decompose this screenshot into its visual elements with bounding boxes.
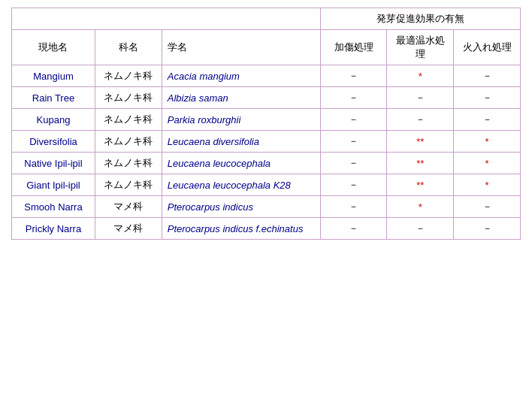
- cell-treatment2: －: [387, 109, 454, 131]
- cell-treatment1: －: [320, 131, 387, 153]
- cell-sciname: Pterocarpus indicus f.echinatus: [162, 218, 320, 240]
- cell-treatment2: *: [387, 196, 454, 218]
- cell-sciname: Leucaena diversifolia: [162, 131, 320, 153]
- cell-family: ネムノキ科: [95, 65, 162, 87]
- cell-treatment1: －: [320, 109, 387, 131]
- table-row: Mangiumネムノキ科Acacia mangium－*－: [12, 65, 521, 87]
- cell-treatment3: －: [454, 196, 521, 218]
- cell-treatment1: －: [320, 87, 387, 109]
- table-row: Smooh Narraマメ科Pterocarpus indicus－*－: [12, 196, 521, 218]
- top-header-row: 発芽促進効果の有無: [12, 8, 521, 30]
- cell-family: ネムノキ科: [95, 109, 162, 131]
- cell-treatment1: －: [320, 65, 387, 87]
- cell-family: ネムノキ科: [95, 131, 162, 153]
- cell-family: マメ科: [95, 196, 162, 218]
- table-row: Kupangネムノキ科Parkia roxburghii－－－: [12, 109, 521, 131]
- cell-locality: Rain Tree: [12, 87, 95, 109]
- cell-treatment1: －: [320, 174, 387, 196]
- cell-treatment2: *: [387, 65, 454, 87]
- cell-treatment3: －: [454, 87, 521, 109]
- cell-sciname: Leucaena leucocephala K28: [162, 174, 320, 196]
- col-header-locality: 現地名: [12, 30, 95, 65]
- cell-locality: Native Ipil-ipil: [12, 153, 95, 174]
- table-row: Giant Ipil-ipilネムノキ科Leucaena leucocephal…: [12, 174, 521, 196]
- table-row: Diversifoliaネムノキ科Leucaena diversifolia－*…: [12, 131, 521, 153]
- cell-treatment3: －: [454, 65, 521, 87]
- empty-top-left: [12, 8, 321, 30]
- cell-locality: Mangium: [12, 65, 95, 87]
- cell-treatment3: －: [454, 109, 521, 131]
- table-row: Native Ipil-ipilネムノキ科Leucaena leucocepha…: [12, 153, 521, 174]
- cell-treatment3: *: [454, 131, 521, 153]
- cell-sciname: Pterocarpus indicus: [162, 196, 320, 218]
- cell-family: ネムノキ科: [95, 87, 162, 109]
- col-header-family: 科名: [95, 30, 162, 65]
- cell-locality: Kupang: [12, 109, 95, 131]
- cell-treatment2: **: [387, 131, 454, 153]
- table-row: Rain Treeネムノキ科Albizia saman－－－: [12, 87, 521, 109]
- cell-family: ネムノキ科: [95, 153, 162, 174]
- cell-treatment2: **: [387, 153, 454, 174]
- cell-sciname: Acacia mangium: [162, 65, 320, 87]
- cell-family: ネムノキ科: [95, 174, 162, 196]
- col-header-treatment1: 加傷処理: [320, 30, 387, 65]
- cell-family: マメ科: [95, 218, 162, 240]
- cell-locality: Giant Ipil-ipil: [12, 174, 95, 196]
- cell-treatment2: **: [387, 174, 454, 196]
- cell-treatment2: －: [387, 87, 454, 109]
- main-container: 発芽促進効果の有無 現地名 科名 学名 加傷処理 最適温水処理 火入れ処理 Ma…: [0, 0, 532, 247]
- cell-treatment1: －: [320, 196, 387, 218]
- cell-treatment1: －: [320, 153, 387, 174]
- cell-treatment1: －: [320, 218, 387, 240]
- table-body: Mangiumネムノキ科Acacia mangium－*－Rain Treeネム…: [12, 65, 521, 240]
- cell-locality: Smooh Narra: [12, 196, 95, 218]
- cell-sciname: Albizia saman: [162, 87, 320, 109]
- cell-sciname: Leucaena leucocephala: [162, 153, 320, 174]
- cell-locality: Prickly Narra: [12, 218, 95, 240]
- col-header-sciname: 学名: [162, 30, 320, 65]
- table-row: Prickly Narraマメ科Pterocarpus indicus f.ec…: [12, 218, 521, 240]
- data-table: 発芽促進効果の有無 現地名 科名 学名 加傷処理 最適温水処理 火入れ処理 Ma…: [11, 8, 521, 240]
- cell-locality: Diversifolia: [12, 131, 95, 153]
- col-header-treatment3: 火入れ処理: [454, 30, 521, 65]
- top-header-cell: 発芽促進効果の有無: [320, 8, 520, 30]
- column-header-row: 現地名 科名 学名 加傷処理 最適温水処理 火入れ処理: [12, 30, 521, 65]
- cell-treatment3: *: [454, 153, 521, 174]
- cell-treatment3: *: [454, 174, 521, 196]
- cell-treatment3: －: [454, 218, 521, 240]
- cell-treatment2: －: [387, 218, 454, 240]
- col-header-treatment2: 最適温水処理: [387, 30, 454, 65]
- cell-sciname: Parkia roxburghii: [162, 109, 320, 131]
